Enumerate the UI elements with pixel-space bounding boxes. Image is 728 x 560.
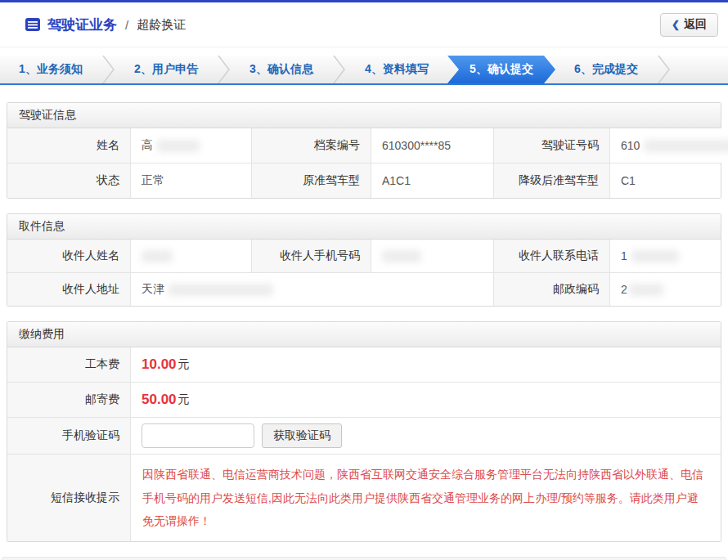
field-value-recipient-phone: 1 bbox=[609, 240, 721, 272]
field-label-license-no: 驾驶证号码 bbox=[493, 128, 609, 163]
redacted-value bbox=[644, 140, 728, 152]
field-value-name: 高 bbox=[130, 128, 251, 163]
field-label-sms-code: 手机验证码 bbox=[7, 418, 130, 454]
field-value-recipient-mobile bbox=[371, 240, 493, 272]
tab-separator bbox=[333, 56, 345, 83]
back-chevron-icon: ❮ bbox=[672, 19, 680, 30]
field-value-postage-fee: 50.00 元 bbox=[130, 383, 721, 417]
tab-step-5-active[interactable]: 5、确认提交 bbox=[447, 56, 555, 83]
page-header: 驾驶证业务 / 超龄换证 ❮ 返回 bbox=[0, 2, 728, 47]
table-row: 手机验证码 获取验证码 bbox=[7, 417, 721, 454]
tab-separator bbox=[102, 56, 115, 83]
back-button[interactable]: ❮ 返回 bbox=[660, 13, 718, 37]
section-title-fees: 缴纳费用 bbox=[7, 322, 721, 347]
page-title: 驾驶证业务 bbox=[47, 16, 117, 34]
postage-fee-unit: 元 bbox=[178, 392, 190, 407]
field-label-recipient-phone: 收件人联系电话 bbox=[493, 240, 609, 272]
tab-step-6[interactable]: 6、完成提交 bbox=[555, 56, 657, 83]
sms-notice-cell: 因陕西省联通、电信运营商技术问题，陕西省互联网交通安全综合服务管理平台无法向持陕… bbox=[130, 455, 721, 541]
field-value-downgrade-class: C1 bbox=[609, 164, 721, 198]
field-label-name: 姓名 bbox=[7, 128, 130, 163]
field-value-orig-class: A1C1 bbox=[371, 164, 493, 198]
table-row: 短信接收提示 因陕西省联通、电信运营商技术问题，陕西省互联网交通安全综合服务管理… bbox=[7, 454, 721, 541]
field-label-file-no: 档案编号 bbox=[251, 128, 371, 163]
footer-action-bar: 上一步 完成 bbox=[2, 557, 726, 560]
field-value-file-no: 610300****85 bbox=[371, 128, 493, 163]
redacted-value bbox=[169, 284, 273, 296]
section-license-info: 驾驶证信息 姓名 高 档案编号 610300****85 驾驶证号码 610 状… bbox=[7, 102, 721, 199]
field-value-recipient-address: 天津 bbox=[130, 273, 493, 306]
section-pickup-info: 取件信息 收件人姓名 收件人手机号码 收件人联系电话 1 收件人地址 天津 邮政… bbox=[7, 213, 721, 307]
field-label-recipient-name: 收件人姓名 bbox=[7, 240, 130, 272]
field-label-status: 状态 bbox=[7, 164, 130, 198]
step-tab-bar: 1、业务须知 2、用户申告 3、确认信息 4、资料填写 5、确认提交 6、完成提… bbox=[0, 56, 728, 85]
field-label-recipient-address: 收件人地址 bbox=[7, 273, 130, 306]
table-row: 邮寄费 50.00 元 bbox=[7, 382, 721, 417]
breadcrumb-current: 超龄换证 bbox=[137, 17, 186, 33]
postage-fee-amount: 50.00 bbox=[142, 392, 177, 408]
list-form-icon bbox=[25, 16, 41, 33]
field-label-orig-class: 原准驾车型 bbox=[251, 164, 371, 198]
tab-step-1[interactable]: 1、业务须知 bbox=[0, 56, 101, 83]
field-label-postage-fee: 邮寄费 bbox=[7, 383, 130, 417]
tab-separator bbox=[658, 56, 670, 83]
sms-notice-text: 因陕西省联通、电信运营商技术问题，陕西省互联网交通安全综合服务管理平台无法向持陕… bbox=[142, 463, 709, 533]
breadcrumb-separator: / bbox=[125, 18, 128, 32]
section-fees: 缴纳费用 工本费 10.00 元 邮寄费 50.00 元 手机验证码 获取验证码… bbox=[7, 321, 721, 542]
field-label-downgrade-class: 降级后准驾车型 bbox=[493, 164, 609, 198]
tab-separator bbox=[218, 56, 230, 83]
cost-fee-amount: 10.00 bbox=[142, 356, 177, 373]
field-label-cost-fee: 工本费 bbox=[7, 347, 130, 382]
field-label-sms-notice: 短信接收提示 bbox=[7, 455, 130, 541]
back-button-label: 返回 bbox=[684, 17, 707, 32]
redacted-value bbox=[631, 250, 679, 262]
page: 驾驶证业务 / 超龄换证 ❮ 返回 1、业务须知 2、用户申告 3、确认信息 4… bbox=[0, 0, 728, 560]
field-value-status: 正常 bbox=[130, 164, 251, 198]
breadcrumb: 驾驶证业务 / 超龄换证 bbox=[25, 16, 186, 34]
field-label-recipient-mobile: 收件人手机号码 bbox=[251, 240, 371, 272]
field-value-cost-fee: 10.00 元 bbox=[130, 347, 721, 382]
redacted-value bbox=[382, 250, 421, 262]
sms-code-cell: 获取验证码 bbox=[130, 418, 721, 454]
sms-code-input[interactable] bbox=[142, 423, 254, 448]
get-sms-code-button[interactable]: 获取验证码 bbox=[262, 423, 342, 448]
field-value-postal-code: 2 bbox=[609, 273, 721, 306]
tab-step-3[interactable]: 3、确认信息 bbox=[231, 56, 332, 83]
cost-fee-unit: 元 bbox=[178, 357, 190, 372]
tab-bar-filler bbox=[671, 56, 728, 83]
redacted-value bbox=[629, 284, 663, 296]
field-label-postal-code: 邮政编码 bbox=[493, 273, 609, 306]
field-value-recipient-name bbox=[130, 240, 251, 272]
redacted-value bbox=[142, 250, 173, 262]
table-row: 状态 正常 原准驾车型 A1C1 降级后准驾车型 C1 bbox=[7, 163, 721, 198]
tab-step-4[interactable]: 4、资料填写 bbox=[346, 56, 447, 83]
table-row: 收件人地址 天津 邮政编码 2 bbox=[7, 272, 721, 306]
table-row: 工本费 10.00 元 bbox=[7, 347, 721, 382]
redacted-value bbox=[157, 140, 200, 152]
section-title-pickup: 取件信息 bbox=[7, 214, 721, 240]
table-row: 姓名 高 档案编号 610300****85 驾驶证号码 610 bbox=[7, 128, 721, 163]
tab-step-2[interactable]: 2、用户申告 bbox=[115, 56, 217, 83]
section-title-license: 驾驶证信息 bbox=[7, 103, 721, 128]
table-row: 收件人姓名 收件人手机号码 收件人联系电话 1 bbox=[7, 240, 721, 272]
field-value-license-no: 610 bbox=[609, 128, 728, 163]
